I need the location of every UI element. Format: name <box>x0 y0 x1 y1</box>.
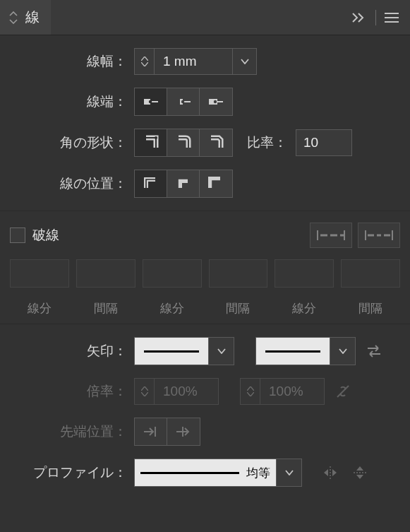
divider <box>375 10 376 25</box>
dash-input-1[interactable] <box>10 259 69 288</box>
gap-input-3[interactable] <box>341 259 400 288</box>
stepper-arrows-icon[interactable] <box>135 49 155 74</box>
dashed-checkbox[interactable] <box>10 227 25 243</box>
tip-extend-button <box>135 418 167 445</box>
dash-col-label: 線分 <box>275 300 334 317</box>
svg-rect-7 <box>215 101 223 102</box>
arrow-end-preview <box>256 338 330 365</box>
arrow-start-scale-value: 100% <box>155 379 218 404</box>
align-inside-button[interactable] <box>167 170 200 197</box>
arrow-end-scale: 100% <box>240 378 325 405</box>
panel-tabbar: 線 <box>0 0 410 35</box>
dash-col-label: 間隔 <box>209 300 268 317</box>
arrow-tip-label: 先端位置： <box>10 422 134 441</box>
cap-label: 線端： <box>10 93 134 111</box>
chevron-down-icon[interactable] <box>330 338 355 365</box>
svg-rect-3 <box>180 99 183 105</box>
weight-stepper[interactable]: 1 mm <box>134 48 257 75</box>
cap-round-button[interactable] <box>167 88 200 115</box>
dash-input-2[interactable] <box>143 259 202 288</box>
weight-dropdown[interactable] <box>232 49 256 74</box>
dashed-title: 破線 <box>32 226 310 244</box>
dash-col-label: 線分 <box>10 300 69 317</box>
corner-miter-button[interactable] <box>135 129 167 156</box>
tab-stroke-label: 線 <box>25 8 40 27</box>
svg-line-10 <box>337 386 349 397</box>
arrow-start-scale: 100% <box>134 378 219 405</box>
arrow-end-select[interactable] <box>255 337 356 365</box>
profile-value: 均等 <box>246 465 270 481</box>
svg-point-2 <box>148 100 151 103</box>
weight-label: 線幅： <box>10 52 134 71</box>
align-outside-button[interactable] <box>200 170 232 197</box>
updown-icon <box>6 11 21 24</box>
dash-col-label: 線分 <box>143 300 202 317</box>
chevron-down-icon[interactable] <box>208 338 234 365</box>
dash-align-fit-button[interactable] <box>358 223 400 248</box>
link-scale-icon <box>330 384 356 399</box>
cap-butt-button[interactable] <box>135 88 167 115</box>
tab-stroke[interactable]: 線 <box>0 0 51 35</box>
stepper-arrows-icon <box>241 379 260 404</box>
svg-point-8 <box>214 100 217 103</box>
align-center-button[interactable] <box>135 170 167 197</box>
svg-rect-4 <box>183 101 191 102</box>
arrow-start-select[interactable] <box>134 337 234 365</box>
weight-value[interactable]: 1 mm <box>155 49 232 74</box>
miter-ratio-label: 比率： <box>247 134 287 152</box>
cap-projecting-button[interactable] <box>200 88 232 115</box>
dash-col-label: 間隔 <box>76 300 135 317</box>
arrow-label: 矢印： <box>10 342 134 360</box>
dash-align-preserve-button[interactable] <box>310 223 352 248</box>
profile-select[interactable]: 均等 <box>134 459 302 487</box>
arrow-scale-label: 倍率： <box>10 382 134 401</box>
profile-label: プロファイル： <box>10 463 134 482</box>
miter-ratio-input[interactable]: 10 <box>296 129 352 156</box>
profile-preview: 均等 <box>135 459 276 486</box>
svg-rect-1 <box>150 101 158 102</box>
arrow-end-scale-value: 100% <box>260 379 324 404</box>
tip-at-end-button <box>167 418 200 445</box>
flip-horizontal-icon <box>320 463 340 482</box>
swap-arrowheads-icon[interactable] <box>361 344 387 358</box>
svg-point-9 <box>155 136 157 139</box>
stepper-arrows-icon <box>135 379 155 404</box>
dash-input-3[interactable] <box>275 259 334 288</box>
svg-rect-6 <box>209 99 217 105</box>
panel-menu-icon[interactable] <box>385 12 399 23</box>
chevron-down-icon[interactable] <box>276 459 301 486</box>
align-label: 線の位置： <box>10 175 134 193</box>
svg-rect-0 <box>144 99 150 105</box>
corner-bevel-button[interactable] <box>200 129 232 156</box>
dash-col-label: 間隔 <box>341 300 400 317</box>
corner-round-button[interactable] <box>167 129 200 156</box>
arrow-start-preview <box>135 338 208 365</box>
gap-input-1[interactable] <box>76 259 135 288</box>
flip-vertical-icon <box>350 463 370 482</box>
corner-label: 角の形状： <box>10 134 134 152</box>
gap-input-2[interactable] <box>209 259 268 288</box>
svg-point-5 <box>181 100 183 103</box>
collapse-icon[interactable] <box>351 12 367 23</box>
